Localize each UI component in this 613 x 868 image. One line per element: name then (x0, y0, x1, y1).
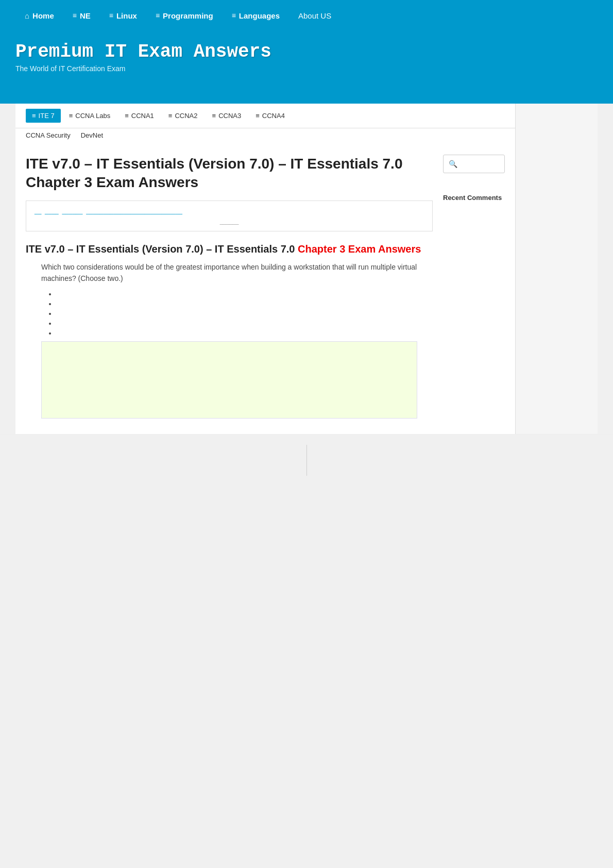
subnav-ccna2-label: CCNA2 (175, 112, 197, 120)
list-item (57, 319, 433, 326)
subnav-devnet[interactable]: DevNet (81, 131, 103, 139)
list-item (57, 309, 433, 316)
nav-home-label: Home (32, 11, 54, 20)
ccna-labs-menu-icon: ≡ (69, 112, 73, 120)
programming-menu-icon: ≡ (156, 11, 160, 20)
breadcrumb-link-4[interactable]: ____________________________ (86, 207, 182, 214)
languages-menu-icon: ≡ (232, 11, 236, 20)
nav-linux[interactable]: ≡ Linux (100, 0, 146, 31)
sidebar-panel: Recent Comments (443, 194, 505, 202)
article-main: ITE v7.0 – IT Essentials (Version 7.0) –… (26, 155, 433, 424)
home-icon: ⌂ (25, 11, 29, 20)
subnav-ite7-label: ITE 7 (39, 112, 55, 120)
article-content: ITE v7.0 – IT Essentials (Version 7.0) –… (26, 242, 433, 419)
answer-box (41, 341, 417, 419)
sub-nav-row2: CCNA Security DevNet (15, 128, 515, 144)
ccna4-menu-icon: ≡ (256, 112, 260, 120)
subnav-ccna-labs[interactable]: ≡ CCNA Labs (63, 109, 117, 123)
nav-languages[interactable]: ≡ Languages (223, 0, 289, 31)
intro-title-highlight: Chapter 3 Exam Answers (298, 243, 421, 255)
article-area: ITE v7.0 – IT Essentials (Version 7.0) –… (15, 144, 515, 434)
answer-list (57, 290, 433, 336)
ite7-menu-icon: ≡ (32, 112, 36, 120)
intro-title-plain: ITE v7.0 – IT Essentials (Version 7.0) –… (26, 243, 298, 255)
breadcrumb-links: __ ____ ______ _________________________… (35, 207, 182, 214)
sub-navigation: ≡ ITE 7 ≡ CCNA Labs ≡ CCNA1 ≡ CCNA2 ≡ CC… (15, 104, 515, 128)
ccna1-menu-icon: ≡ (125, 112, 129, 120)
recent-comments-label: Recent Comments (443, 194, 505, 202)
search-box[interactable] (443, 155, 505, 173)
subnav-ccna-security[interactable]: CCNA Security (26, 131, 71, 139)
list-item (57, 290, 433, 297)
subnav-ccna3-label: CCNA3 (218, 112, 241, 120)
site-header: Premium IT Exam Answers The World of IT … (0, 31, 613, 104)
right-sidebar (515, 104, 598, 434)
ccna3-menu-icon: ≡ (212, 112, 216, 120)
subnav-ccna4-label: CCNA4 (262, 112, 285, 120)
nav-programming[interactable]: ≡ Programming (146, 0, 223, 31)
footer-divider (306, 445, 307, 476)
subnav-ccna3[interactable]: ≡ CCNA3 (206, 109, 248, 123)
page-title: ITE v7.0 – IT Essentials (Version 7.0) –… (26, 155, 433, 192)
search-input[interactable] (449, 160, 499, 168)
nav-programming-label: Programming (163, 11, 213, 20)
subnav-ccna4[interactable]: ≡ CCNA4 (249, 109, 291, 123)
breadcrumb-link-2[interactable]: ____ (45, 207, 59, 214)
top-navigation: ⌂ Home ≡ NE ≡ Linux ≡ Programming ≡ Lang… (0, 0, 613, 31)
article-sidebar: Recent Comments (443, 155, 505, 424)
page-title-text: ITE v7.0 – IT Essentials (Version 7.0) –… (26, 156, 402, 190)
nav-about[interactable]: About US (289, 0, 340, 31)
subnav-ite7[interactable]: ≡ ITE 7 (26, 109, 61, 123)
main-wrapper: ≡ ITE 7 ≡ CCNA Labs ≡ CCNA1 ≡ CCNA2 ≡ CC… (15, 104, 598, 434)
ne-menu-icon: ≡ (73, 11, 77, 20)
list-item (57, 329, 433, 336)
question-text: Which two considerations would be of the… (41, 261, 433, 285)
nav-ne[interactable]: ≡ NE (63, 0, 100, 31)
site-subtitle: The World of IT Certification Exam (15, 64, 598, 73)
subnav-ccna2[interactable]: ≡ CCNA2 (162, 109, 204, 123)
subnav-ccna-labs-label: CCNA Labs (75, 112, 110, 120)
breadcrumb-area: __ ____ ______ _________________________… (26, 201, 433, 231)
nav-linux-label: Linux (116, 11, 137, 20)
linux-menu-icon: ≡ (109, 11, 113, 20)
nav-ne-label: NE (80, 11, 91, 20)
subnav-ccna1-label: CCNA1 (131, 112, 154, 120)
footer-area (0, 434, 613, 486)
article-intro-title: ITE v7.0 – IT Essentials (Version 7.0) –… (26, 242, 433, 256)
breadcrumb-link-1[interactable]: __ (35, 207, 41, 214)
breadcrumb-separator: ______ (35, 219, 424, 225)
list-item (57, 299, 433, 307)
nav-home[interactable]: ⌂ Home (15, 0, 63, 31)
site-title: Premium IT Exam Answers (15, 41, 598, 62)
subnav-ccna1[interactable]: ≡ CCNA1 (118, 109, 160, 123)
content-area: ≡ ITE 7 ≡ CCNA Labs ≡ CCNA1 ≡ CCNA2 ≡ CC… (15, 104, 515, 434)
ccna2-menu-icon: ≡ (168, 112, 173, 120)
nav-languages-label: Languages (239, 11, 280, 20)
nav-about-label: About US (298, 11, 331, 20)
breadcrumb-link-3[interactable]: ______ (62, 207, 82, 214)
